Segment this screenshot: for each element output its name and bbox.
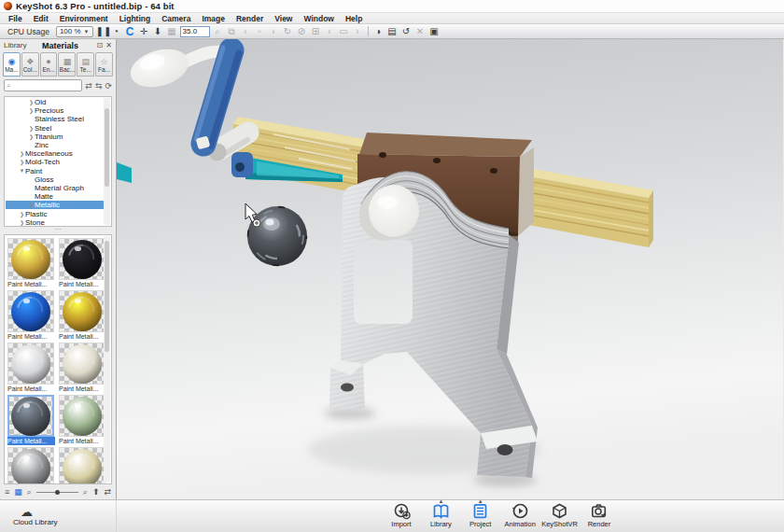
menu-help[interactable]: Help — [340, 14, 368, 23]
material-thumbnail-0[interactable]: Paint Metall... — [7, 238, 55, 288]
tab-te[interactable]: ▤Te... — [77, 52, 94, 77]
expand-arrow-icon[interactable]: ❯ — [28, 107, 35, 114]
orbit-icon[interactable]: ↻ — [282, 26, 294, 37]
project-button[interactable]: ▲Project — [462, 502, 499, 532]
material-thumbnail-3[interactable]: Paint Metall... — [59, 290, 106, 341]
expand-arrow-icon[interactable]: ❯ — [28, 133, 35, 140]
tree-item-titanium[interactable]: ❯Titanium — [6, 133, 104, 141]
keyshotvr-button[interactable]: KeyShotVR — [541, 502, 579, 532]
material-shade-icon[interactable]: ◑ — [372, 26, 385, 37]
expand-arrow-icon[interactable]: ❯ — [28, 202, 35, 208]
prev-camera-icon[interactable]: ‹ — [240, 26, 252, 37]
cpu-usage-button[interactable]: CPU Usage — [4, 27, 53, 36]
expand-arrow-icon[interactable]: ❯ — [19, 159, 25, 165]
menu-environment[interactable]: Environment — [54, 14, 114, 23]
tree-item-stainless-steel[interactable]: Stainless Steel — [6, 115, 104, 123]
menu-image[interactable]: Image — [196, 14, 231, 23]
tree-item-material-graph[interactable]: Material Graph — [6, 184, 104, 192]
focal-length-input[interactable] — [180, 26, 210, 37]
close-panel-icon[interactable]: ✕ — [105, 41, 112, 49]
upload-icon[interactable]: ⬆ — [92, 485, 100, 498]
tree-item-stone[interactable]: ❯Stone — [6, 218, 104, 227]
tab-col[interactable]: ❖Col... — [21, 52, 39, 77]
material-thumbnail-8[interactable]: Paint Metall... — [7, 447, 55, 484]
search-input[interactable] — [12, 81, 79, 90]
panel-splitter[interactable]: ⋯ — [0, 227, 116, 234]
menu-camera[interactable]: Camera — [156, 14, 196, 23]
expand-arrow-icon[interactable]: ❯ — [28, 99, 35, 105]
menu-edit[interactable]: Edit — [28, 14, 54, 23]
tab-fa[interactable]: ☆Fa... — [95, 52, 113, 77]
expand-arrow-icon[interactable]: ❯ — [28, 125, 35, 132]
material-thumbnail-9[interactable]: Paint Metall... — [59, 447, 106, 484]
refresh-icon[interactable]: ⟳ — [105, 81, 112, 91]
zoom-out-icon[interactable]: ⌕ — [27, 485, 32, 498]
list-view-icon[interactable]: ≡ — [5, 485, 9, 498]
material-thumbnail-6[interactable]: Paint Metall... — [7, 395, 55, 445]
material-thumbnail-5[interactable]: Paint Metall... — [59, 343, 106, 393]
tree-item-gloss[interactable]: Gloss — [6, 175, 104, 184]
expand-arrow-icon[interactable]: ❯ — [19, 150, 25, 157]
size-slider[interactable] — [36, 490, 78, 495]
expand-arrow-icon[interactable]: ❯ — [19, 211, 25, 217]
cloud-library-button[interactable]: ☁ Cloud Library — [0, 500, 117, 532]
animation-button[interactable]: Animation — [501, 502, 539, 532]
tree-scrollbar[interactable] — [104, 98, 110, 225]
menu-lighting[interactable]: Lighting — [114, 14, 157, 23]
zoom-camera-icon[interactable]: ⌕ — [212, 26, 224, 37]
expand-arrow-icon[interactable]: ❯ — [19, 219, 25, 226]
performance-icon[interactable]: ◔ — [110, 26, 122, 37]
tab-ma[interactable]: ◉Ma... — [3, 52, 21, 77]
tree-item-precious[interactable]: ❯Precious — [6, 106, 104, 115]
menu-file[interactable]: File — [3, 14, 28, 23]
grid-icon[interactable]: ▦ — [166, 26, 178, 37]
material-thumbnail-1[interactable]: Paint Metall... — [59, 238, 106, 288]
detach-panel-icon[interactable]: ⊡ — [97, 41, 104, 49]
3d-scene[interactable] — [117, 39, 783, 499]
library-button[interactable]: ▲Library — [422, 502, 459, 532]
import-button[interactable]: Import — [383, 502, 420, 532]
menu-render[interactable]: Render — [231, 14, 269, 23]
layers-icon[interactable]: ⧉ — [226, 26, 238, 37]
menu-view[interactable]: View — [269, 14, 298, 23]
tree-item-steel[interactable]: ❯Steel — [6, 124, 104, 133]
resolution-dropdown[interactable]: 100 % ▼ — [56, 26, 93, 37]
library-dock-tab[interactable]: Library — [4, 41, 26, 49]
add-folder-icon[interactable]: ⇆ — [95, 81, 103, 91]
material-thumbnail-2[interactable]: Paint Metall... — [7, 290, 55, 341]
expand-arrow-icon[interactable]: ▼ — [19, 168, 25, 174]
tree-item-mold-tech[interactable]: ❯Mold-Tech — [6, 158, 104, 166]
add-view-icon[interactable]: ⊞ — [310, 26, 322, 37]
fit-view-icon[interactable]: ✛ — [138, 26, 150, 37]
grid-view-icon[interactable]: ▦ — [14, 485, 22, 498]
tree-item-plastic[interactable]: ❯Plastic — [6, 209, 104, 217]
wheel-icon[interactable]: ↺ — [400, 26, 413, 37]
next-view-icon[interactable]: › — [352, 26, 364, 37]
menu-window[interactable]: Window — [298, 14, 340, 23]
zoom-in-icon[interactable]: ⌕ — [83, 485, 88, 498]
thumbnails-scrollbar[interactable] — [104, 236, 110, 483]
cut-icon[interactable]: ✕ — [414, 26, 427, 37]
view-icon[interactable]: ▭ — [338, 26, 350, 37]
material-thumbnail-7[interactable]: Paint Metall... — [59, 395, 106, 445]
tree-item-metallic[interactable]: ❯Metallic — [6, 201, 104, 209]
add-material-icon[interactable]: ⇄ — [85, 81, 92, 91]
realtime-viewport[interactable] — [117, 39, 784, 499]
render-button[interactable]: Render — [581, 502, 618, 532]
image-adjust-icon[interactable]: ▤ — [386, 26, 399, 37]
tree-item-miscellaneous[interactable]: ❯Miscellaneous — [6, 149, 104, 158]
camera-icon[interactable]: ▫ — [254, 26, 266, 37]
tab-en[interactable]: ●En... — [40, 52, 58, 77]
tab-bac[interactable]: ▦Bac... — [58, 52, 76, 77]
prev-view-icon[interactable]: ‹ — [324, 26, 336, 37]
reset-camera-icon[interactable]: C — [124, 26, 136, 37]
lock-camera-icon[interactable]: ⊘ — [296, 26, 308, 37]
material-thumbnail-4[interactable]: Paint Metall... — [7, 343, 55, 393]
blue-clevis[interactable] — [231, 152, 253, 177]
tree-item-old[interactable]: ❯Old — [6, 98, 104, 106]
next-camera-icon[interactable]: › — [268, 26, 280, 37]
pause-icon[interactable]: ❚❚ — [96, 26, 108, 37]
tree-item-zinc[interactable]: Zinc — [6, 141, 104, 149]
tree-item-matte[interactable]: Matte — [6, 192, 104, 201]
tree-item-paint[interactable]: ▼Paint — [6, 167, 104, 175]
